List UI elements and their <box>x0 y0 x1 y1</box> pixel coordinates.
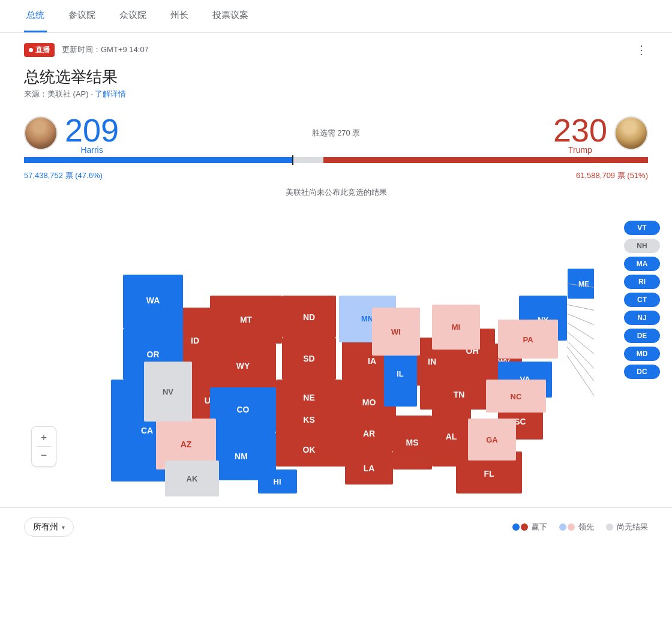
blue-lead-dot <box>559 523 566 531</box>
svg-text:CA: CA <box>141 426 153 435</box>
state-vt-pill[interactable]: VT <box>624 221 660 235</box>
svg-text:WI: WI <box>391 327 401 336</box>
state-ct-pill[interactable]: CT <box>624 293 660 307</box>
live-badge: 直播 <box>24 43 55 57</box>
svg-text:MT: MT <box>240 315 253 324</box>
win-dots <box>512 523 528 531</box>
bottom-bar: 所有州 ▾ 赢下 领先 尚无结果 <box>0 507 672 546</box>
candidates-row: 209 Harris 胜选需 270 票 230 Trump <box>0 107 672 157</box>
trump-popular-votes: 61,588,709 票 (51%) <box>576 170 648 181</box>
svg-text:NM: NM <box>235 452 248 461</box>
learn-more-link[interactable]: 了解详情 <box>95 89 126 98</box>
harris-electoral-votes: 209 <box>65 112 119 149</box>
bar-divider <box>292 155 293 165</box>
state-filter-dropdown[interactable]: 所有州 ▾ <box>24 517 74 537</box>
trump-info: 230 Trump <box>553 112 607 155</box>
svg-text:WY: WY <box>236 361 250 371</box>
svg-text:MO: MO <box>362 398 376 407</box>
svg-text:OK: OK <box>303 445 316 455</box>
zoom-controls: + − <box>31 426 56 467</box>
legend-win: 赢下 <box>512 522 547 532</box>
undecided-bar <box>293 157 323 163</box>
harris-candidate: 209 Harris <box>24 112 119 155</box>
progress-container <box>0 157 672 168</box>
red-lead-dot <box>568 523 575 531</box>
state-dc-pill[interactable]: DC <box>624 365 660 379</box>
nav-ballot[interactable]: 投票议案 <box>210 0 251 32</box>
svg-text:ID: ID <box>191 336 199 345</box>
zoom-out-button[interactable]: − <box>34 447 53 464</box>
svg-text:AZ: AZ <box>181 440 192 449</box>
state-nj-pill[interactable]: NJ <box>624 311 660 325</box>
svg-text:OR: OR <box>147 350 160 359</box>
svg-text:IN: IN <box>428 357 436 366</box>
svg-text:NC: NC <box>511 392 522 401</box>
svg-text:AR: AR <box>363 429 375 438</box>
legend-lead: 领先 <box>559 522 594 532</box>
zoom-in-button[interactable]: + <box>34 429 53 446</box>
vote-counts-row: 57,438,752 票 (47.6%) 61,588,709 票 (51%) <box>0 168 672 185</box>
svg-line-41 <box>567 305 594 323</box>
more-button[interactable]: ⋮ <box>635 43 648 57</box>
small-states-panel: VT NH MA RI CT NJ DE MD DC <box>624 221 660 379</box>
svg-text:LA: LA <box>364 464 375 473</box>
harris-avatar <box>24 116 58 150</box>
legend-no-result: 尚无结果 <box>606 522 648 532</box>
lead-label: 领先 <box>578 522 594 532</box>
svg-text:MS: MS <box>406 438 419 447</box>
svg-text:WA: WA <box>146 296 160 305</box>
nav-governor[interactable]: 州长 <box>168 0 191 32</box>
page-title: 总统选举结果 <box>0 62 672 89</box>
live-dot <box>29 48 33 52</box>
state-ma-pill[interactable]: MA <box>624 257 660 271</box>
win-label: 赢下 <box>532 522 547 532</box>
svg-text:IL: IL <box>397 369 404 378</box>
ap-notice: 美联社尚未公布此竞选的结果 <box>0 185 672 203</box>
svg-text:ME: ME <box>578 280 589 288</box>
svg-text:NE: NE <box>303 393 314 402</box>
filter-arrow-icon: ▾ <box>62 524 65 531</box>
map-container: TX MT ND SD WY NE KS OK AR LA MS AL <box>0 203 672 502</box>
trump-bar <box>323 157 648 163</box>
svg-text:SC: SC <box>514 417 526 426</box>
header-bar: 直播 更新时间：GMT+9 14:07 ⋮ <box>0 33 672 62</box>
legend: 赢下 领先 尚无结果 <box>512 522 648 532</box>
filter-label: 所有州 <box>33 522 58 532</box>
svg-line-45 <box>567 341 594 431</box>
trump-candidate: 230 Trump <box>553 112 648 155</box>
update-time: 更新时间：GMT+9 14:07 <box>62 44 149 55</box>
us-map: TX MT ND SD WY NE KS OK AR LA MS AL <box>78 203 594 502</box>
svg-line-42 <box>567 314 594 350</box>
svg-text:PA: PA <box>523 335 533 344</box>
svg-text:CO: CO <box>237 405 250 414</box>
no-result-label: 尚无结果 <box>617 522 648 532</box>
harris-popular-votes: 57,438,752 票 (47.6%) <box>24 170 103 181</box>
svg-line-44 <box>567 332 594 404</box>
svg-text:MN: MN <box>361 314 373 323</box>
gray-dot <box>606 523 613 531</box>
electoral-progress-bar <box>24 157 648 163</box>
live-label: 直播 <box>35 45 50 55</box>
svg-text:TN: TN <box>454 390 465 399</box>
state-nh-pill[interactable]: NH <box>624 239 660 253</box>
lead-dots <box>559 523 575 531</box>
svg-text:AK: AK <box>187 474 198 483</box>
nav-senate[interactable]: 参议院 <box>66 0 98 32</box>
trump-electoral-votes: 230 <box>553 112 607 149</box>
harris-info: 209 Harris <box>65 112 119 155</box>
main-nav: 总统 参议院 众议院 州长 投票议案 <box>0 0 672 33</box>
blue-win-dot <box>512 523 520 531</box>
nav-president[interactable]: 总统 <box>24 0 47 32</box>
svg-text:NV: NV <box>163 387 173 396</box>
harris-bar <box>24 157 292 163</box>
svg-text:IA: IA <box>368 356 376 366</box>
svg-text:ND: ND <box>303 312 315 322</box>
state-ri-pill[interactable]: RI <box>624 275 660 289</box>
svg-text:GA: GA <box>486 435 498 444</box>
win-threshold-label: 胜选需 270 票 <box>119 128 553 139</box>
source-line: 来源：美联社 (AP) · 了解详情 <box>0 89 672 107</box>
nav-house[interactable]: 众议院 <box>117 0 149 32</box>
state-md-pill[interactable]: MD <box>624 347 660 361</box>
state-de-pill[interactable]: DE <box>624 329 660 343</box>
svg-text:FL: FL <box>484 469 494 478</box>
